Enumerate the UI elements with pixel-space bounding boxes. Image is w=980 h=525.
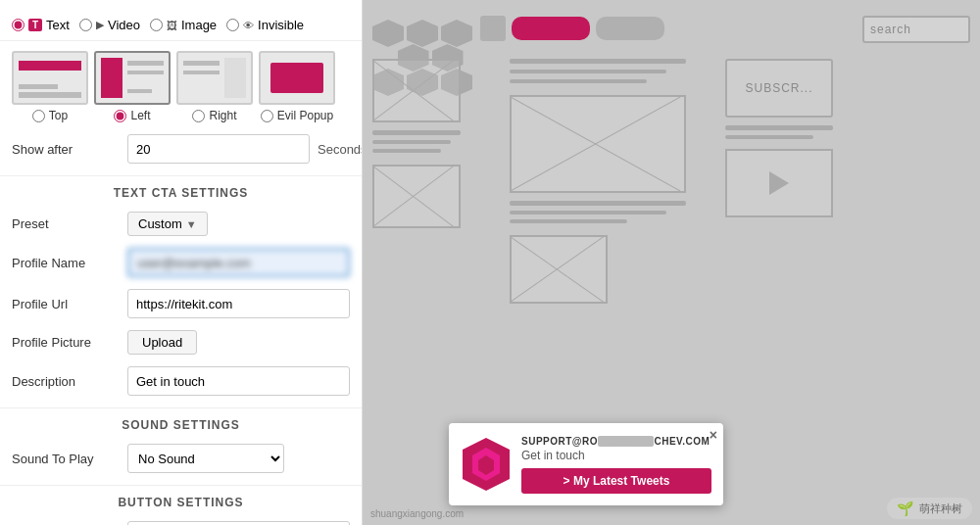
profile-picture-row: Profile Picture Upload (0, 324, 362, 360)
wf-box-3 (510, 95, 686, 193)
hex-3 (441, 20, 472, 47)
preset-label: Preset (12, 216, 120, 231)
position-evil-item: Evil Popup (259, 51, 335, 122)
type-text-label: Text (46, 18, 70, 32)
small-watermark: shuangxiangong.com (370, 508, 464, 519)
invisible-type-icon: 👁 (243, 20, 254, 31)
l1-bar (183, 61, 220, 66)
l2-bar (183, 71, 220, 74)
button-settings-header: BUTTON SETTINGS (0, 485, 362, 515)
popup-overlay: × SUPPORT@ROXXXXXXXXCHEV.COM Get in touc… (449, 423, 723, 505)
popup-close-button[interactable]: × (710, 427, 717, 443)
popup-logo-container (461, 435, 512, 494)
description-label: Description (12, 374, 120, 389)
right-bar (224, 58, 246, 98)
r-line-2 (725, 135, 813, 139)
position-left-label-row[interactable]: Left (114, 109, 150, 122)
wf-line-3 (372, 149, 441, 153)
left-bar (101, 58, 122, 98)
type-image-radio[interactable] (150, 19, 163, 31)
button-text-row: Button Text (0, 515, 362, 525)
nav-up-icon (480, 16, 506, 41)
position-left-item: Left (94, 51, 171, 122)
position-left-thumb[interactable] (94, 51, 171, 105)
type-video-radio[interactable] (79, 19, 92, 31)
position-top-radio[interactable] (32, 110, 45, 122)
show-after-row: Show after Seconds (0, 128, 362, 169)
position-top-thumb[interactable] (12, 51, 88, 105)
position-evil-label-row[interactable]: Evil Popup (261, 109, 333, 122)
mid-line-6 (510, 219, 627, 223)
description-input[interactable] (127, 366, 350, 396)
description-row: Description (0, 360, 362, 402)
button-text-input[interactable] (127, 521, 350, 525)
popup-cta-button[interactable]: > My Latest Tweets (521, 468, 711, 494)
hex-2 (407, 20, 438, 47)
search-text: search (870, 23, 911, 36)
type-invisible-option[interactable]: 👁 Invisible (226, 18, 304, 32)
mid-line-2 (510, 70, 666, 73)
show-after-label: Show after (12, 142, 120, 157)
hex-row-1 (372, 20, 472, 47)
position-right-label: Right (209, 109, 236, 122)
search-box-sketch: search (862, 16, 970, 43)
nav-pill-gray (596, 17, 664, 40)
profile-url-label: Profile Url (12, 297, 120, 311)
mid-line-3 (510, 79, 647, 83)
bottom-bar (19, 92, 81, 98)
type-image-label: Image (181, 18, 217, 32)
position-left-radio[interactable] (114, 110, 126, 122)
position-right-label-row[interactable]: Right (192, 109, 236, 122)
popup-tagline: Get in touch (521, 449, 711, 462)
position-selector-row: Top Left Right (0, 41, 362, 128)
r2-bar (127, 71, 164, 74)
type-text-option[interactable]: T Text (12, 18, 70, 32)
position-top-label-row[interactable]: Top (32, 109, 68, 122)
type-video-label: Video (108, 18, 140, 32)
wf-line-1 (372, 130, 461, 135)
sound-select[interactable]: No Sound Bell Chime Pop (127, 444, 284, 473)
r3-bar (127, 89, 152, 93)
position-right-radio[interactable] (192, 110, 205, 122)
wf-box-1 (372, 59, 461, 122)
position-evil-radio[interactable] (261, 110, 273, 122)
type-invisible-label: Invisible (258, 18, 304, 32)
evil-popup-box (270, 63, 323, 93)
show-after-input[interactable] (127, 134, 310, 164)
position-right-thumb[interactable] (176, 51, 253, 105)
profile-picture-label: Profile Picture (12, 335, 120, 350)
sound-to-play-label: Sound To Play (12, 452, 120, 466)
popup-hex-logo (461, 436, 512, 493)
show-after-suffix: Seconds (318, 142, 363, 157)
watermark: 🌱 萌祥种树 (887, 498, 972, 519)
position-evil-label: Evil Popup (277, 109, 333, 122)
upload-button[interactable]: Upload (127, 330, 197, 355)
subscribe-box: SUBSCR... (725, 59, 833, 118)
wf-box-2 (372, 165, 461, 228)
video-box-sketch (725, 149, 833, 217)
profile-name-label: Profile Name (12, 256, 120, 270)
mid-line-4 (510, 201, 686, 206)
popup-email: SUPPORT@ROXXXXXXXXCHEV.COM (521, 436, 711, 447)
preset-row: Preset Custom ▼ (0, 206, 362, 242)
type-text-radio[interactable] (12, 19, 24, 31)
popup-text-area: SUPPORT@ROXXXXXXXXCHEV.COM Get in touch … (521, 436, 711, 494)
mid-bar (19, 84, 58, 89)
sound-to-play-row: Sound To Play No Sound Bell Chime Pop (0, 438, 362, 479)
top-bar (19, 61, 81, 71)
preview-panel: search (363, 0, 980, 525)
image-type-icon: 🖼 (167, 20, 177, 31)
position-left-label: Left (130, 109, 150, 122)
text-cta-header: TEXT CTA SETTINGS (0, 175, 362, 206)
position-evil-thumb[interactable] (259, 51, 335, 105)
type-invisible-radio[interactable] (226, 19, 239, 31)
preset-button[interactable]: Custom ▼ (127, 212, 208, 236)
position-top-item: Top (12, 51, 88, 122)
subscribe-text: SUBSCR... (745, 81, 812, 95)
watermark-emoji: 🌱 (897, 501, 913, 516)
type-video-option[interactable]: ▶ Video (79, 18, 140, 32)
profile-url-input[interactable] (127, 289, 350, 318)
type-image-option[interactable]: 🖼 Image (150, 18, 217, 32)
profile-name-input[interactable] (127, 248, 350, 277)
settings-panel: T Text ▶ Video 🖼 Image 👁 Invisible (0, 0, 363, 525)
